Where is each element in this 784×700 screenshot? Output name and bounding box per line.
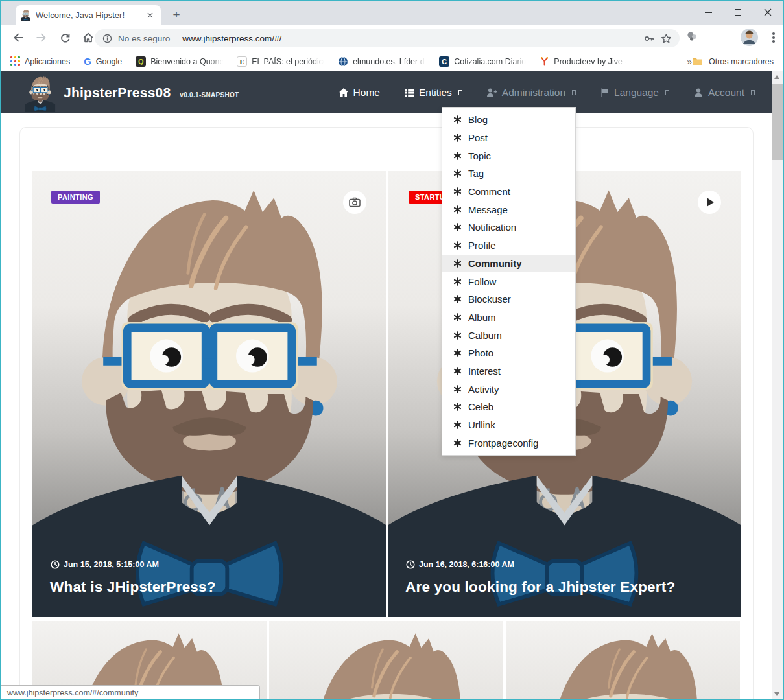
profile-avatar[interactable]	[741, 29, 758, 49]
nav-item-account[interactable]: Account	[693, 87, 755, 99]
menu-item-interest[interactable]: Interest	[442, 362, 575, 380]
quoner-icon: Q	[136, 56, 146, 67]
asterisk-icon	[453, 349, 462, 357]
cotizalia-icon: C	[439, 56, 449, 67]
bookmark-apps[interactable]: Aplicaciones	[10, 56, 70, 66]
bookmark-google[interactable]: G Google	[84, 56, 122, 67]
nav-item-language[interactable]: Language	[600, 87, 669, 99]
caret-icon	[572, 90, 576, 95]
post-date: Jun 15, 2018, 5:15:00 AM	[51, 560, 159, 569]
home-icon	[82, 32, 94, 43]
back-icon	[12, 32, 24, 43]
user-plus-icon	[486, 88, 497, 98]
minimize-icon	[705, 12, 712, 12]
browser-window: Welcome, Java Hipster! +	[0, 0, 784, 700]
url-text[interactable]: www.jhipsterpress.com/#/	[182, 34, 638, 43]
minimize-button[interactable]	[693, 1, 723, 23]
menu-item-topic[interactable]: Topic	[442, 146, 575, 165]
elpais-icon: E	[237, 56, 247, 67]
post-title[interactable]: What is JHipsterPress?	[50, 579, 216, 596]
post-date: Jun 16, 2018, 6:16:00 AM	[406, 560, 514, 569]
post-title[interactable]: Are you looking for a Jhipster Expert?	[405, 579, 675, 596]
nav-item-entities[interactable]: Entities	[404, 87, 462, 99]
menu-item-frontpageconfig[interactable]: Frontpageconfig	[442, 434, 575, 452]
menu-item-blockuser[interactable]: Blockuser	[442, 290, 575, 309]
category-badge[interactable]: PAINTING	[51, 191, 100, 204]
forward-icon	[36, 32, 47, 43]
asterisk-icon	[453, 367, 462, 375]
user-icon	[693, 88, 704, 98]
close-button[interactable]	[753, 1, 783, 23]
menu-item-photo[interactable]: Photo	[442, 344, 575, 362]
hipster-logo	[25, 75, 56, 112]
page-viewport: JhipsterPress08 v0.0.1-SNAPSHOT Home Ent…	[1, 71, 772, 700]
info-icon[interactable]	[102, 34, 112, 43]
scroll-down-icon[interactable]	[774, 692, 779, 696]
page-scrollbar[interactable]	[772, 71, 783, 700]
link-status-tooltip: www.jhipsterpress.com/#/community	[1, 685, 260, 700]
bookmark-quoner[interactable]: Q Bienvenido a Quoner	[136, 56, 223, 67]
scrollbar-thumb[interactable]	[772, 84, 783, 160]
post-card-painting[interactable]: PAINTING Jun 15, 2018, 5:15:00 AM What i…	[32, 171, 386, 617]
new-tab-button[interactable]: +	[167, 6, 185, 23]
asterisk-icon	[453, 259, 462, 268]
hipster-favicon-icon	[21, 9, 30, 21]
menu-item-message[interactable]: Message	[442, 200, 575, 218]
asterisk-icon	[453, 439, 462, 447]
menu-item-urllink[interactable]: Urllink	[442, 416, 575, 434]
browser-tab[interactable]: Welcome, Java Hipster!	[16, 5, 161, 25]
bookmark-elpais[interactable]: E EL PAÍS: el periódico	[237, 56, 324, 67]
bookmark-cotizalia[interactable]: C Cotizalia.com Diario	[439, 56, 526, 67]
menu-item-celeb[interactable]: Celeb	[442, 398, 575, 416]
bookmark-producteev[interactable]: Producteev by Jive -	[540, 56, 626, 66]
bookmark-elmundo[interactable]: elmundo.es. Líder de	[338, 56, 425, 67]
tab-title: Welcome, Java Hipster!	[36, 10, 139, 20]
entities-dropdown-menu: Blog Post Topic Tag Comment Message Noti…	[442, 107, 576, 456]
extension-spheres-icon[interactable]	[686, 30, 698, 45]
other-bookmarks-label[interactable]: Otros marcadores	[709, 57, 774, 66]
menu-item-tag[interactable]: Tag	[442, 165, 575, 183]
camera-button[interactable]	[343, 191, 366, 214]
home-button[interactable]	[80, 30, 96, 45]
caret-icon	[458, 90, 462, 95]
menu-item-post[interactable]: Post	[442, 129, 575, 147]
maximize-button[interactable]	[723, 1, 753, 23]
security-label: No es seguro	[118, 34, 170, 43]
nav-item-administration[interactable]: Administration	[486, 87, 576, 99]
th-list-icon	[404, 88, 414, 98]
bookmark-star-icon[interactable]	[661, 33, 672, 44]
address-bar[interactable]: No es seguro www.jhipsterpress.com/#/	[95, 29, 680, 47]
asterisk-icon	[453, 241, 462, 250]
menu-item-community[interactable]: Community	[442, 255, 575, 273]
asterisk-icon	[453, 115, 462, 124]
reload-button[interactable]	[57, 30, 73, 45]
post-card-small[interactable]	[506, 621, 740, 700]
menu-item-notification[interactable]: Notification	[442, 218, 575, 237]
brand-title: JhipsterPress08	[64, 85, 171, 100]
nav-item-home[interactable]: Home	[339, 87, 380, 99]
menu-item-follow[interactable]: Follow	[442, 272, 575, 290]
asterisk-icon	[453, 402, 462, 411]
toolbar-divider	[733, 32, 733, 43]
omnibox-divider	[176, 33, 176, 43]
forward-button[interactable]	[34, 30, 49, 45]
scroll-up-icon[interactable]	[774, 75, 779, 79]
post-card-small[interactable]	[269, 621, 503, 700]
asterisk-icon	[453, 205, 462, 214]
key-icon[interactable]	[644, 33, 655, 44]
back-button[interactable]	[10, 30, 26, 45]
menu-item-calbum[interactable]: Calbum	[442, 326, 575, 344]
apps-grid-icon	[10, 56, 20, 66]
menu-item-album[interactable]: Album	[442, 309, 575, 327]
asterisk-icon	[453, 295, 462, 303]
menu-item-blog[interactable]: Blog	[442, 111, 575, 129]
caret-icon	[665, 90, 669, 95]
play-button[interactable]	[698, 191, 721, 214]
bookmarks-divider	[683, 56, 683, 67]
menu-item-activity[interactable]: Activity	[442, 380, 575, 398]
tab-close-icon[interactable]	[145, 10, 156, 21]
menu-item-comment[interactable]: Comment	[442, 183, 575, 201]
browser-menu-button[interactable]	[768, 30, 779, 45]
menu-item-profile[interactable]: Profile	[442, 237, 575, 255]
navbar-brand[interactable]: JhipsterPress08 v0.0.1-SNAPSHOT	[25, 73, 239, 112]
